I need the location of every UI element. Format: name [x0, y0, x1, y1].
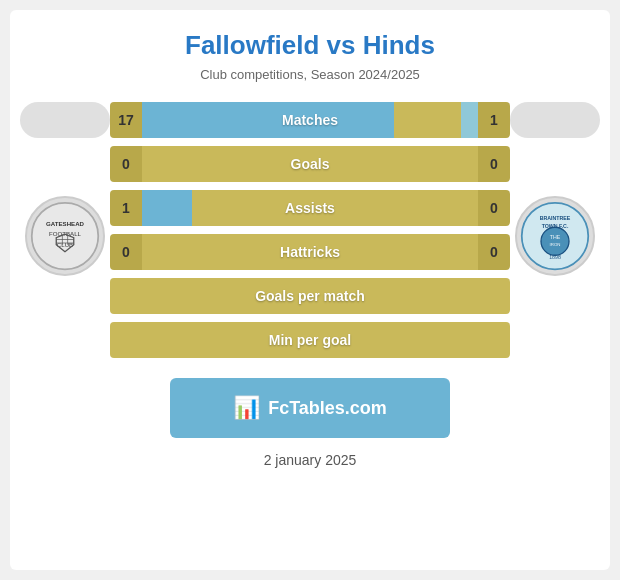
right-ellipse-matches	[510, 102, 600, 138]
fctables-text: FcTables.com	[268, 398, 387, 419]
min-per-goal-label: Min per goal	[269, 332, 351, 348]
assists-fill-left	[142, 190, 192, 226]
matches-bar: Matches	[142, 102, 478, 138]
fctables-icon: 📊	[233, 395, 260, 421]
left-team-logo: GATESHEAD FOOTBALL CLUB	[25, 196, 105, 276]
page-title: Fallowfield vs Hinds	[185, 30, 435, 61]
right-team-logo: BRAINTREE TOWN F.C. THE IRON 1898	[515, 196, 595, 276]
left-ellipse-matches	[20, 102, 110, 138]
left-logo-container: GATESHEAD FOOTBALL CLUB	[20, 146, 110, 326]
goals-right-value: 0	[478, 146, 510, 182]
stat-row-goals: 0 Goals 0	[110, 146, 510, 182]
hattricks-label: Hattricks	[280, 244, 340, 260]
main-card: Fallowfield vs Hinds Club competitions, …	[10, 10, 610, 570]
stat-row-matches: 17 Matches 1	[110, 102, 510, 138]
svg-text:IRON: IRON	[550, 242, 561, 247]
svg-text:BRAINTREE: BRAINTREE	[540, 215, 571, 221]
svg-text:FOOTBALL: FOOTBALL	[49, 230, 82, 237]
stat-row-assists: 1 Assists 0	[110, 190, 510, 226]
stat-row-min-per-goal: Min per goal	[110, 322, 510, 358]
goals-label: Goals	[291, 156, 330, 172]
assists-label: Assists	[285, 200, 335, 216]
assists-right-value: 0	[478, 190, 510, 226]
matches-left-value: 17	[110, 102, 142, 138]
svg-text:1898: 1898	[549, 254, 561, 260]
fctables-banner: 📊 FcTables.com	[170, 378, 450, 438]
goals-per-match-label: Goals per match	[255, 288, 365, 304]
assists-bar: Assists	[142, 190, 478, 226]
page-subtitle: Club competitions, Season 2024/2025	[200, 67, 420, 82]
matches-fill-left	[142, 102, 394, 138]
hattricks-right-value: 0	[478, 234, 510, 270]
matches-right-value: 1	[478, 102, 510, 138]
svg-text:THE: THE	[550, 234, 561, 240]
matches-fill-right	[461, 102, 478, 138]
goals-left-value: 0	[110, 146, 142, 182]
min-per-goal-bar: Min per goal	[110, 322, 510, 358]
goals-bar: Goals	[142, 146, 478, 182]
matches-label: Matches	[282, 112, 338, 128]
matches-row-wrapper: 17 Matches 1	[20, 102, 600, 138]
stat-row-goals-per-match: Goals per match	[110, 278, 510, 314]
assists-left-value: 1	[110, 190, 142, 226]
match-date: 2 january 2025	[264, 452, 357, 468]
right-logo-container: BRAINTREE TOWN F.C. THE IRON 1898	[510, 146, 600, 326]
hattricks-bar: Hattricks	[142, 234, 478, 270]
svg-text:GATESHEAD: GATESHEAD	[46, 220, 84, 227]
goals-per-match-bar: Goals per match	[110, 278, 510, 314]
stats-bars: 0 Goals 0 1 Assists 0 0	[110, 146, 510, 358]
hattricks-left-value: 0	[110, 234, 142, 270]
stat-row-hattricks: 0 Hattricks 0	[110, 234, 510, 270]
middle-section: GATESHEAD FOOTBALL CLUB 0	[20, 146, 600, 358]
